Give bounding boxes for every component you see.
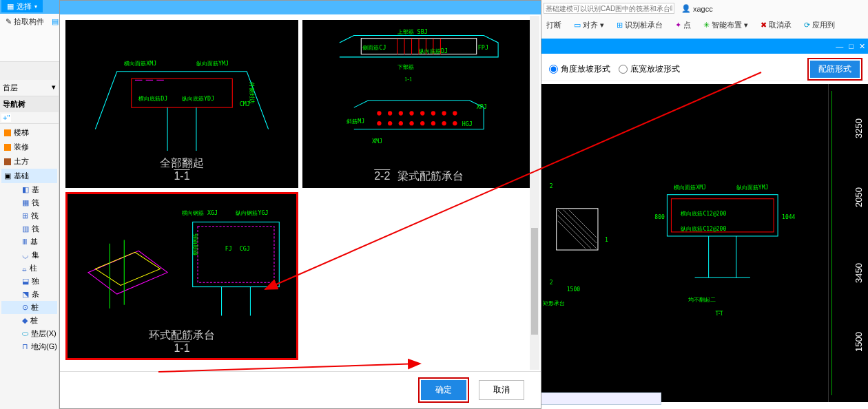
rb-apply[interactable]: ⟳应用到 <box>801 19 838 32</box>
item-icon: ⏛ <box>22 264 27 273</box>
ruler-mark: 2050 <box>854 187 864 207</box>
nav-sub[interactable]: ◆桩 <box>1 314 57 327</box>
select-tab-label: 选择 <box>17 1 32 12</box>
smart-icon: ✳ <box>703 21 710 30</box>
rb-recog[interactable]: ⊞识别桩承台 <box>614 19 665 32</box>
item-icon: ▦ <box>22 198 29 207</box>
nav-sub[interactable]: ⊙桩 <box>1 301 57 314</box>
svg-marker-42 <box>88 251 167 294</box>
folder-icon <box>4 158 11 165</box>
nav-sub[interactable]: ◧基 <box>1 183 57 196</box>
svg-point-32 <box>442 111 446 115</box>
cad-label: 斜筋MJ <box>347 118 364 125</box>
nav-sub[interactable]: ▦筏 <box>1 196 57 209</box>
pick-label: 拾取构件 <box>14 17 44 27</box>
svg-rect-47 <box>198 227 274 283</box>
nav-sub[interactable]: ⬭垫层(X) <box>1 327 57 340</box>
right-window: 👤xagcc 打断 ▭对齐▾ ⊞识别桩承台 ✦点 ✳智能布置▾ ✖取消承 ⟳应用… <box>541 0 868 409</box>
cad-label: 下部筋 <box>397 63 414 70</box>
cad-label: FJ <box>225 245 232 252</box>
nav-item-stairs[interactable]: 楼梯 <box>1 125 57 140</box>
close-icon[interactable]: ✕ <box>859 42 865 51</box>
scrollbar[interactable] <box>530 16 539 370</box>
scrollbar-thumb[interactable] <box>531 228 538 334</box>
rb-label: 智能布置 <box>712 20 742 30</box>
nav-sub[interactable]: Ⅲ基 <box>1 235 57 249</box>
user-icon: 👤 <box>681 4 691 13</box>
search-hint[interactable] <box>544 3 674 14</box>
radio-input[interactable] <box>619 65 628 74</box>
right-drawing-canvas[interactable]: 2 1 2 1500 矩形承台 横向面筋XMJ 纵向面筋YMJ 横向底筋C12@… <box>541 84 828 402</box>
radio-input[interactable] <box>549 65 558 74</box>
nav-item-decor[interactable]: 装修 <box>1 140 57 154</box>
svg-point-36 <box>399 121 403 125</box>
cad-label: CGJ <box>240 245 250 252</box>
rb-break[interactable]: 打断 <box>544 19 564 32</box>
rb-point[interactable]: ✦点 <box>672 19 694 32</box>
rebar-form-button[interactable]: 配筋形式 <box>810 61 860 78</box>
add-icon[interactable]: +" <box>1 114 11 122</box>
radio-angle-slope[interactable]: 角度放坡形式 <box>549 63 610 75</box>
tile-title: 环式配筋承台 <box>149 328 215 342</box>
nav-sub[interactable]: ⊞筏 <box>1 209 57 222</box>
user-label[interactable]: 👤xagcc <box>679 3 716 14</box>
nav-sub[interactable]: ⊓地沟(G) <box>1 340 57 353</box>
nav-sub[interactable]: ▥筏 <box>1 222 57 235</box>
cancel-button[interactable]: 取消 <box>479 380 524 400</box>
nav-item-foundation[interactable]: ▣基础 <box>1 169 57 183</box>
nav-sub-label: 柱 <box>30 263 37 273</box>
dialog-titlebar[interactable] <box>60 1 541 14</box>
cad-label: XPJ <box>477 103 487 110</box>
minimize-icon[interactable]: — <box>836 42 843 50</box>
item-icon: ⊓ <box>22 342 28 351</box>
svg-marker-43 <box>95 252 160 285</box>
gallery-grid: 横向面筋XMJ 纵向面筋YMJ 外侧封边 横向底筋DJ 纵向底筋YDJ CMJ … <box>60 14 541 366</box>
collapse-icon: ▣ <box>4 171 11 180</box>
rebar-type-dialog: 横向面筋XMJ 纵向面筋YMJ 外侧封边 横向底筋DJ 纵向底筋YDJ CMJ … <box>59 0 541 409</box>
rb-label: 取消承 <box>769 20 792 30</box>
select-tab[interactable]: ▦ 选择 ▾ <box>1 0 43 12</box>
cad-label: 纵向钢筋YGJ <box>236 209 268 216</box>
rb-align[interactable]: ▭对齐▾ <box>571 19 607 32</box>
floor-selector[interactable]: 首层 ▾ <box>0 80 59 96</box>
gallery-tile-empty <box>302 192 535 360</box>
item-icon: ⊙ <box>22 303 28 312</box>
nav-sub-label: 筏 <box>31 211 39 221</box>
rb-label: 对齐 <box>583 20 598 30</box>
cad-label: 横向钢筋 XGJ <box>182 209 218 216</box>
item-icon: ⬭ <box>22 329 28 338</box>
nav-sub[interactable]: ⬓独 <box>1 275 57 288</box>
radio-bottom-slope[interactable]: 底宽放坡形式 <box>619 63 680 75</box>
nav-label: 装修 <box>14 142 29 152</box>
nav-item-earth[interactable]: 土方 <box>1 154 57 169</box>
nav-label: 土方 <box>14 156 29 167</box>
nav-sub[interactable]: ⏛柱 <box>1 262 57 275</box>
svg-text:1-1: 1-1 <box>404 76 412 83</box>
maximize-icon[interactable]: □ <box>849 42 854 50</box>
svg-point-41 <box>453 121 457 125</box>
nav-sub[interactable]: ⬔条 <box>1 288 57 301</box>
svg-rect-11 <box>132 78 233 107</box>
rb-smart[interactable]: ✳智能布置▾ <box>701 19 751 32</box>
chevron-down-icon: ▾ <box>34 3 37 10</box>
ruler-mark: 3250 <box>854 118 864 138</box>
rc-title2: 均不翻起二 <box>688 297 716 303</box>
nav-sub-label: 基 <box>32 185 39 195</box>
dim-label: 2 <box>550 280 553 286</box>
ok-button[interactable]: 确定 <box>421 380 466 400</box>
tab-cell[interactable] <box>536 392 662 405</box>
dim-label: 2 <box>550 183 553 189</box>
pick-component-button[interactable]: ✎ 拾取构件 <box>3 15 47 28</box>
chevron-down-icon: ▾ <box>52 83 56 92</box>
nav-label: 基础 <box>14 171 29 181</box>
svg-point-29 <box>409 111 413 115</box>
rb-cancel[interactable]: ✖取消承 <box>758 19 794 32</box>
gallery-tile-ring-rebar[interactable]: 侧面钢筋 FJ CGJ 横向钢筋 XGJ 纵向钢筋YGJ 环式配筋承台 1-1 <box>65 192 298 360</box>
gallery-tile-beam-rebar[interactable]: 上部筋 SBJ 侧面筋CJ 纵向底筋DJ FPJ 下部筋 1-1 XPJ 斜筋M… <box>302 20 535 188</box>
gallery-tile-all-flip[interactable]: 横向面筋XMJ 纵向面筋YMJ 外侧封边 横向底筋DJ 纵向底筋YDJ CMJ … <box>65 20 298 188</box>
nav-tree: 楼梯 装修 土方 ▣基础 ◧基 ▦筏 ⊞筏 ▥筏 Ⅲ基 ◡集 ⏛柱 ⬓独 ⬔条 … <box>0 124 59 355</box>
folder-icon <box>4 144 11 151</box>
cad-label: 纵向底筋DJ <box>419 48 448 54</box>
select-icon: ▦ <box>7 2 14 11</box>
nav-sub[interactable]: ◡集 <box>1 249 57 262</box>
